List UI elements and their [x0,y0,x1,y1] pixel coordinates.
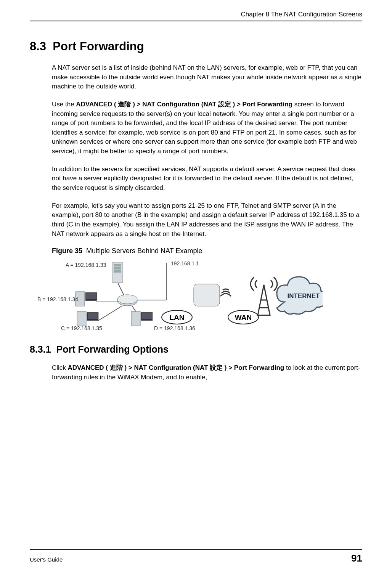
svg-point-10 [117,295,137,304]
svg-rect-19 [142,313,152,319]
p2-lead: Use the [52,101,76,108]
switch-icon [117,295,137,306]
svg-rect-16 [88,313,98,319]
figure-caption: Multiple Servers Behind NAT Example [86,247,202,255]
label-d: D = 192.168.1.36 [154,325,195,331]
section-heading-8-3: 8.3 Port Forwarding [30,40,362,53]
figure-35-diagram: INTERNET LAN WAN A = 192.168.1.33 B = 19… [52,258,323,332]
svg-rect-14 [77,311,86,326]
internet-cloud-icon: INTERNET [277,277,323,314]
paragraph-4: For example, let's say you want to assig… [52,201,362,239]
p2-tail: screen to forward incoming service reque… [52,101,357,155]
content: 8.3 Port Forwarding A NAT server set is … [30,21,362,382]
paragraph-2: Use the ADVANCED ( 進階 ) > NAT Configurat… [52,100,362,156]
svg-rect-8 [114,270,121,273]
server-a-icon [112,263,123,282]
footer-guide-label: User's Guide [30,556,63,563]
pc-d-icon [131,311,153,326]
svg-rect-13 [86,293,96,299]
figure-label: Figure 35Multiple Servers Behind NAT Exa… [52,247,362,255]
label-a: A = 192.168.1.33 [66,262,106,268]
wan-label-frame: WAN [228,310,259,324]
svg-rect-17 [131,311,140,326]
section-title: Port Forwarding [53,40,144,53]
label-c: C = 192.168.1.35 [61,325,102,331]
svg-rect-20 [194,284,220,306]
page-header: Chapter 8 The NAT Configuration Screens [30,0,362,21]
section-body: A NAT server set is a list of inside (be… [52,63,362,332]
figure-number: Figure 35 [52,247,82,255]
paragraph-3: In addition to the servers for specified… [52,165,362,193]
network-diagram-svg: INTERNET LAN WAN [52,258,323,332]
lan-label-frame: LAN [162,310,192,324]
paragraph-5: Click ADVANCED ( 進階 ) > NAT Configuratio… [52,363,362,382]
subsection-number: 8.3.1 [30,344,51,355]
gateway-icon [194,284,231,306]
svg-rect-6 [114,264,121,266]
page-footer: User's Guide 91 [30,549,362,564]
section-number: 8.3 [30,40,46,53]
svg-line-2 [98,306,122,321]
subsection-body: Click ADVANCED ( 進階 ) > NAT Configuratio… [52,363,362,382]
label-b: B = 192.168.1.34 [37,296,78,302]
antenna-icon [251,277,277,315]
p5-bold-path: ADVANCED ( 進階 ) > NAT Configuration (NAT… [68,364,284,371]
p5-lead: Click [52,364,68,371]
pc-c-icon [77,311,98,326]
section-heading-8-3-1: 8.3.1 Port Forwarding Options [30,344,362,355]
chapter-title: Chapter 8 The NAT Configuration Screens [241,11,362,18]
label-router-ip: 192.168.1.1 [171,260,199,266]
subsection-title: Port Forwarding Options [56,344,169,355]
wan-label: WAN [235,313,252,321]
p2-bold-path: ADVANCED ( 進階 ) > NAT Configuration (NAT… [76,101,292,108]
pc-b-icon [76,292,97,306]
paragraph-1: A NAT server set is a list of inside (be… [52,63,362,91]
internet-label: INTERNET [288,292,320,300]
page-number: 91 [351,552,362,564]
svg-rect-7 [114,267,121,270]
lan-label: LAN [169,313,184,321]
